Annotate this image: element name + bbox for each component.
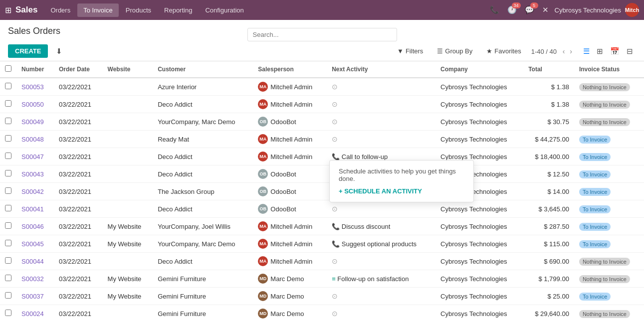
activity-empty-icon[interactable]: ⊙ — [332, 83, 338, 91]
row-checkbox[interactable] — [5, 135, 11, 142]
row-checkbox-cell[interactable] — [0, 305, 16, 321]
col-total[interactable]: Total — [523, 61, 574, 78]
order-number[interactable]: S00043 — [16, 165, 54, 183]
nav-to-invoice[interactable]: To Invoice — [77, 3, 119, 17]
nav-orders[interactable]: Orders — [44, 3, 76, 17]
pivot-view-button[interactable]: ⊟ — [624, 45, 636, 57]
company-name[interactable]: Cybrosys Technologies — [555, 6, 621, 14]
order-activity[interactable]: ≡ Follow-up on satisfaction — [327, 270, 435, 288]
row-checkbox-cell[interactable] — [0, 183, 16, 200]
activity-circle-icon[interactable]: ⊙ — [332, 310, 338, 318]
order-number[interactable]: S00046 — [16, 218, 54, 235]
row-checkbox-cell[interactable] — [0, 235, 16, 253]
search-input[interactable] — [247, 28, 397, 41]
row-checkbox-cell[interactable] — [0, 200, 16, 218]
filters-button[interactable]: ▼ Filters — [393, 45, 427, 57]
order-activity[interactable]: ⊙ — [327, 78, 435, 96]
col-order-date[interactable]: Order Date — [54, 61, 103, 78]
col-salesperson[interactable]: Salesperson — [253, 61, 327, 78]
schedule-activity-link[interactable]: + SCHEDULE AN ACTIVITY — [339, 187, 464, 195]
row-checkbox-cell[interactable] — [0, 113, 16, 131]
order-number[interactable]: S00042 — [16, 183, 54, 200]
row-checkbox-cell[interactable] — [0, 131, 16, 148]
row-checkbox[interactable] — [5, 240, 11, 246]
order-activity[interactable]: ⊙ — [327, 200, 435, 218]
select-all-checkbox[interactable] — [5, 65, 11, 72]
order-activity[interactable]: 📞 Discuss discount — [327, 218, 435, 235]
chat-icon[interactable]: 💬5 — [523, 3, 536, 16]
activity-circle-icon[interactable]: ⊙ — [332, 257, 338, 265]
col-invoice-status[interactable]: Invoice Status — [574, 61, 644, 78]
row-checkbox[interactable] — [5, 83, 11, 89]
calendar-view-button[interactable]: 📅 — [607, 45, 623, 57]
grid-icon[interactable]: ⊞ — [5, 5, 11, 15]
order-number[interactable]: S00037 — [16, 288, 54, 305]
row-checkbox[interactable] — [5, 153, 11, 159]
order-number[interactable]: S00047 — [16, 148, 54, 165]
row-checkbox[interactable] — [5, 100, 11, 107]
order-activity[interactable]: ⊙ — [327, 305, 435, 321]
row-checkbox[interactable] — [5, 222, 11, 229]
order-activity[interactable]: ⊙ — [327, 288, 435, 305]
row-checkbox-cell[interactable] — [0, 165, 16, 183]
activity-empty-icon[interactable]: ⊙ — [332, 118, 338, 126]
list-view-button[interactable]: ☰ — [580, 45, 593, 57]
row-checkbox[interactable] — [5, 292, 11, 299]
order-number[interactable]: S00044 — [16, 253, 54, 270]
row-checkbox[interactable] — [5, 257, 11, 264]
activity-empty-icon[interactable]: ⊙ — [332, 100, 338, 108]
select-all-header[interactable] — [0, 61, 16, 78]
row-checkbox-cell[interactable] — [0, 78, 16, 96]
row-checkbox-cell[interactable] — [0, 253, 16, 270]
row-checkbox-cell[interactable] — [0, 96, 16, 113]
order-number[interactable]: S00053 — [16, 78, 54, 96]
order-number[interactable]: S00050 — [16, 96, 54, 113]
order-number[interactable]: S00024 — [16, 305, 54, 321]
order-activity[interactable]: 📞 Suggest optional products — [327, 235, 435, 253]
row-checkbox-cell[interactable] — [0, 288, 16, 305]
row-checkbox[interactable] — [5, 170, 11, 176]
nav-reporting[interactable]: Reporting — [158, 3, 198, 17]
activity-circle-icon[interactable]: ⊙ — [332, 292, 338, 300]
order-number[interactable]: S00048 — [16, 131, 54, 148]
phone-icon[interactable]: 📞 — [488, 3, 501, 16]
row-checkbox-cell[interactable] — [0, 148, 16, 165]
order-customer: Deco Addict — [153, 200, 253, 218]
export-button[interactable]: ⬇ — [52, 45, 66, 58]
groupby-button[interactable]: ☰ Group By — [433, 45, 476, 57]
create-button[interactable]: CREATE — [8, 44, 48, 58]
col-next-activity[interactable]: Next Activity — [327, 61, 435, 78]
col-customer[interactable]: Customer — [153, 61, 253, 78]
nav-products[interactable]: Products — [120, 3, 157, 17]
row-checkbox[interactable] — [5, 118, 11, 124]
clock-icon[interactable]: 🕐34 — [505, 3, 519, 16]
nav-configuration[interactable]: Configuration — [199, 3, 249, 17]
order-number[interactable]: S00032 — [16, 270, 54, 288]
order-activity[interactable]: ⊙ — [327, 96, 435, 113]
order-activity[interactable]: ⊙ — [327, 131, 435, 148]
kanban-view-button[interactable]: ⊞ — [594, 45, 606, 57]
col-number[interactable]: Number — [16, 61, 54, 78]
row-checkbox-cell[interactable] — [0, 218, 16, 235]
row-checkbox[interactable] — [5, 187, 11, 194]
col-website[interactable]: Website — [103, 61, 153, 78]
next-page-button[interactable]: › — [568, 46, 574, 56]
salesperson-avatar: MA — [258, 82, 268, 92]
activity-circle-icon[interactable]: ⊙ — [332, 135, 338, 143]
order-number[interactable]: S00045 — [16, 235, 54, 253]
col-company[interactable]: Company — [435, 61, 523, 78]
favorites-button[interactable]: ★ Favorites — [482, 45, 525, 57]
row-checkbox-cell[interactable] — [0, 270, 16, 288]
close-icon[interactable]: ✕ — [540, 3, 551, 16]
user-avatar[interactable]: Mitch — [625, 3, 639, 17]
order-number[interactable]: S00041 — [16, 200, 54, 218]
order-number[interactable]: S00049 — [16, 113, 54, 131]
activity-circle-icon[interactable]: ⊙ — [332, 205, 338, 213]
prev-page-button[interactable]: ‹ — [561, 46, 567, 56]
order-activity[interactable]: ⊙ — [327, 113, 435, 131]
order-activity[interactable]: ⊙ — [327, 253, 435, 270]
row-checkbox[interactable] — [5, 310, 11, 316]
row-checkbox[interactable] — [5, 275, 11, 281]
app-brand[interactable]: ⊞ Sales — [5, 5, 37, 15]
row-checkbox[interactable] — [5, 205, 11, 211]
